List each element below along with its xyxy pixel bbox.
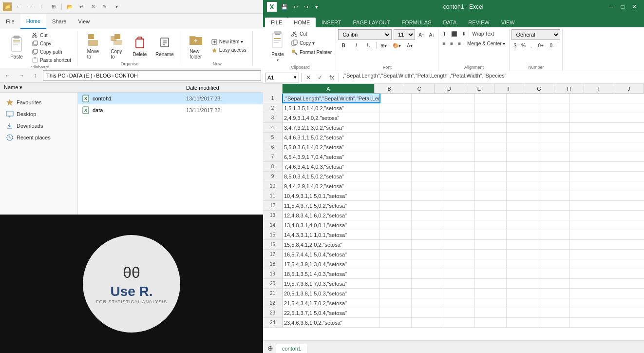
cell-b15[interactable] <box>380 230 412 239</box>
cell-e21[interactable] <box>475 289 507 298</box>
cell-f19[interactable] <box>507 269 538 278</box>
cell-a21[interactable]: 20,5.1,3.8,1.5,0.3,"setosa" <box>283 289 380 298</box>
cell-b10[interactable] <box>380 181 412 191</box>
cell-g12[interactable] <box>538 201 570 210</box>
cell-d1[interactable] <box>443 94 475 103</box>
cell-a11[interactable]: 10,4.9,3.1,1.5,0.1,"setosa" <box>283 191 380 200</box>
cell-a2[interactable]: 1,5.1,3.5,1.4,0.2,"setosa" <box>283 103 380 113</box>
cell-e6[interactable] <box>475 142 507 152</box>
cell-g11[interactable] <box>538 191 570 200</box>
cell-b16[interactable] <box>380 240 412 249</box>
cell-e7[interactable] <box>475 152 507 161</box>
cell-g24[interactable] <box>538 318 570 327</box>
file-item-data[interactable]: X data 13/11/2017 22: <box>78 104 263 116</box>
minimize-btn[interactable]: ─ <box>605 1 617 13</box>
cell-e9[interactable] <box>475 172 507 181</box>
copy-path-button[interactable]: Copy path <box>29 48 74 56</box>
cell-f2[interactable] <box>507 103 538 113</box>
cell-d21[interactable] <box>443 289 475 298</box>
align-right-btn[interactable]: ≡ <box>456 39 463 48</box>
cell-g10[interactable] <box>538 181 570 191</box>
excel-paste-btn[interactable]: Paste ▾ <box>267 29 288 63</box>
excel-tab-view[interactable]: VIEW <box>495 18 521 27</box>
cell-b9[interactable] <box>380 172 412 181</box>
cell-a14[interactable]: 13,4.8,3.1,4.0,0.1,"setosa" <box>283 220 380 230</box>
cell-c8[interactable] <box>412 162 443 171</box>
cell-g16[interactable] <box>538 240 570 249</box>
cell-e5[interactable] <box>475 133 507 142</box>
cell-g8[interactable] <box>538 162 570 171</box>
bold-btn[interactable]: B <box>338 41 349 50</box>
maximize-btn[interactable]: □ <box>617 1 628 13</box>
cell-a22[interactable]: 21,5.4,3.4,1.7,0.2,"setosa" <box>283 298 380 308</box>
cell-g4[interactable] <box>538 123 570 132</box>
cell-e24[interactable] <box>475 318 507 327</box>
increase-font-btn[interactable]: A↑ <box>417 30 426 39</box>
col-header-h[interactable]: H <box>554 84 584 93</box>
cell-e19[interactable] <box>475 269 507 278</box>
cell-f18[interactable] <box>507 259 538 269</box>
excel-format-painter-btn[interactable]: Format Painter <box>289 48 334 57</box>
tab-view[interactable]: View <box>72 14 95 29</box>
cell-b1[interactable] <box>380 94 412 103</box>
excel-redo-btn[interactable]: ↪ <box>301 2 311 12</box>
cell-f7[interactable] <box>507 152 538 161</box>
cell-f8[interactable] <box>507 162 538 171</box>
cell-c14[interactable] <box>412 220 443 230</box>
cell-e14[interactable] <box>475 220 507 230</box>
cell-b7[interactable] <box>380 152 412 161</box>
qat-up-btn[interactable]: ↑ <box>37 2 47 12</box>
sheet-tab-contoh1[interactable]: contoh1 <box>276 344 307 353</box>
formula-input[interactable]: ,"Sepal.Length","Sepal.Width","Petal.Len… <box>341 73 642 82</box>
cell-g17[interactable] <box>538 250 570 259</box>
cell-e11[interactable] <box>475 191 507 200</box>
delete-button[interactable]: Delete <box>129 31 151 60</box>
cell-b3[interactable] <box>380 113 412 122</box>
wrap-text-btn[interactable]: Wrap Text <box>470 29 496 38</box>
cell-a24[interactable]: 23,4.6,3.6,1.0,2."setosa" <box>283 318 380 327</box>
cell-d11[interactable] <box>443 191 475 200</box>
cell-a5[interactable]: 4,4.6,3.1,1.5,0.2,"setosa" <box>283 133 380 142</box>
cell-b4[interactable] <box>380 123 412 132</box>
cell-a3[interactable]: 2,4.9,3.1,4.0,2."setosa" <box>283 113 380 122</box>
percent-btn[interactable]: % <box>519 41 528 50</box>
address-path[interactable]: This PC › DATA (E:) › BLOG › CONTOH <box>43 70 261 81</box>
align-bottom-btn[interactable]: ⬇ <box>460 29 468 38</box>
cell-e10[interactable] <box>475 181 507 191</box>
cell-c10[interactable] <box>412 181 443 191</box>
col-header-d[interactable]: D <box>435 84 464 93</box>
align-middle-btn[interactable]: ⬛ <box>449 29 459 38</box>
cell-f4[interactable] <box>507 123 538 132</box>
cell-a7[interactable]: 6,5.4,3.9,1.7,0.4,"setosa" <box>283 152 380 161</box>
cell-d4[interactable] <box>443 123 475 132</box>
cell-a8[interactable]: 7,4.6,3.4,1.4,0.3,"setosa" <box>283 162 380 171</box>
cell-g22[interactable] <box>538 298 570 308</box>
cell-g18[interactable] <box>538 259 570 269</box>
cell-e3[interactable] <box>475 113 507 122</box>
cell-g3[interactable] <box>538 113 570 122</box>
cell-c7[interactable] <box>412 152 443 161</box>
cell-b6[interactable] <box>380 142 412 152</box>
cell-f20[interactable] <box>507 279 538 288</box>
col-header-c[interactable]: C <box>404 84 434 93</box>
cell-b8[interactable] <box>380 162 412 171</box>
cell-f6[interactable] <box>507 142 538 152</box>
cell-e1[interactable] <box>475 94 507 103</box>
cell-c11[interactable] <box>412 191 443 200</box>
cell-e23[interactable] <box>475 308 507 317</box>
cell-e8[interactable] <box>475 162 507 171</box>
up-btn[interactable]: ↑ <box>29 70 41 81</box>
cell-b12[interactable] <box>380 201 412 210</box>
excel-tab-review[interactable]: REVIEW <box>462 18 495 27</box>
borders-btn[interactable]: ⊞▾ <box>379 41 389 50</box>
cell-f22[interactable] <box>507 298 538 308</box>
col-header-b[interactable]: B <box>375 84 404 93</box>
cell-c24[interactable] <box>412 318 443 327</box>
cell-c22[interactable] <box>412 298 443 308</box>
cell-b19[interactable] <box>380 269 412 278</box>
col-header-f[interactable]: F <box>494 84 524 93</box>
cell-g2[interactable] <box>538 103 570 113</box>
col-header-a[interactable]: A <box>283 84 375 93</box>
decrease-font-btn[interactable]: A↓ <box>428 30 436 39</box>
cell-g9[interactable] <box>538 172 570 181</box>
